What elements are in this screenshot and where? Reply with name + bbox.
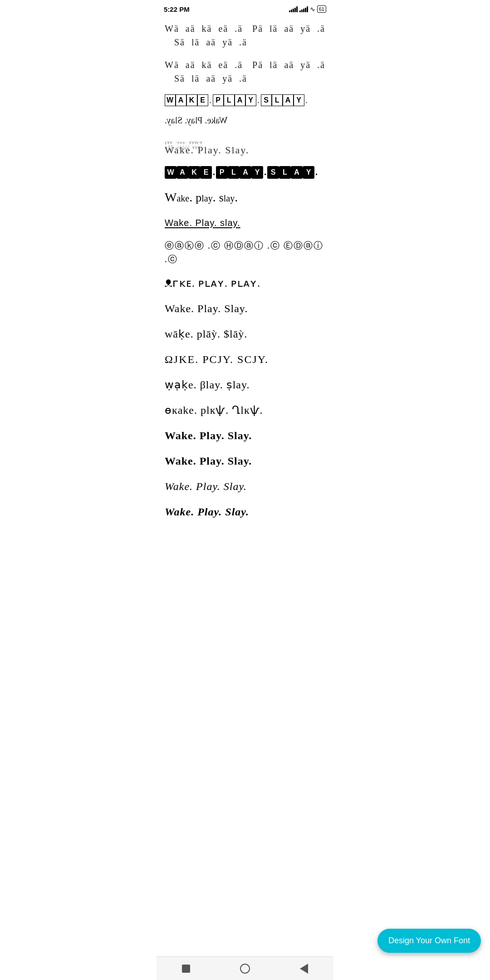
- sample-text-oldstyle: ΩJKE. PCJY. SCJY.: [165, 353, 269, 365]
- font-sample-1: Wä aä kä eä .ä Pä lä aä yä .ä Sä lä aä y…: [165, 22, 325, 49]
- filled-letter: A: [176, 166, 188, 179]
- sample-text-bold: Wake. Play. Slay.: [165, 430, 252, 441]
- sample-text-serif-var: Wake. Play. Slay.: [165, 303, 248, 314]
- status-bar: 5:22 PM ∿ 61: [157, 0, 333, 16]
- font-sample-dotbelow: ẉạḳe. βlay. ṣlay.: [165, 377, 325, 393]
- boxed-letter: W: [165, 94, 176, 106]
- boxed-letter: L: [272, 94, 283, 106]
- font-sample-glitch: ⫾⋎⋎ ·⊢⊢⊢ ⋎⋎⋎⊢⋎ ∴∫∫ √√√√√ ⋎⋎⋎ Wake. Play.…: [165, 144, 325, 157]
- font-sample-bold: Wake. Play. Slay.: [165, 427, 325, 444]
- sample-text-dotbelow: ẉạḳe. βlay. ṣlay.: [165, 379, 250, 391]
- signal-bar: [301, 10, 303, 12]
- boxed-letter: A: [176, 94, 186, 106]
- filled-letter: Y: [251, 166, 263, 179]
- signal-bar: [303, 9, 304, 12]
- status-icons: ∿ 61: [289, 5, 326, 13]
- filled-letter: P: [216, 166, 228, 179]
- boxed-letter: P: [213, 94, 224, 106]
- font-sample-circled: ⓔⓐⓚⓔ .ⓒ ⒽⒹⓐⓘ .ⓒ ⒺⒹⓐⓘ .ⓒ: [165, 239, 325, 266]
- dot-separator: .: [305, 96, 308, 105]
- sample-text-italic: Wake. Play. Slay.: [165, 480, 247, 492]
- filled-letter: Y: [303, 166, 314, 179]
- signal-bar: [296, 6, 298, 12]
- filled-letter: A: [291, 166, 303, 179]
- signal-bar: [305, 8, 306, 12]
- boxed-letter: E: [197, 94, 208, 106]
- signal-bar: [291, 10, 292, 12]
- dot-separator: .: [257, 96, 260, 105]
- status-time: 5:22 PM: [164, 5, 190, 13]
- signal-bar: [299, 10, 301, 12]
- signal-bar: [293, 9, 294, 12]
- boxed-letter: A: [235, 94, 245, 106]
- dot-separator: .: [209, 96, 212, 105]
- filled-letter: L: [228, 166, 240, 179]
- font-sample-oldstyle: ΩJKE. PCJY. SCJY.: [165, 351, 325, 368]
- boxed-letter: A: [283, 94, 294, 106]
- font-sample-filled-boxed: WAKE. PLAY. SLAY.: [165, 166, 325, 179]
- sample-text-circled: ⓔⓐⓚⓔ .ⓒ ⒽⒹⓐⓘ .ⓒ ⒺⒹⓐⓘ .ⓒ: [165, 240, 323, 264]
- filled-letter: K: [188, 166, 200, 179]
- filled-letter: E: [200, 166, 212, 179]
- font-samples-list: Wä aä kä eä .ä Pä lä aä yä .ä Sä lä aä y…: [157, 16, 333, 574]
- boxed-letter: Y: [245, 94, 256, 106]
- font-sample-bolder: Wake. Play. Slay.: [165, 453, 325, 469]
- sample-text-special: ѳкake. рlкѱ. Ղlкѱ.: [165, 404, 263, 416]
- sample-text-underline: Wake. Play. slay.: [165, 218, 240, 228]
- filled-letter: A: [240, 166, 251, 179]
- font-sample-ethiopic: ᴥᴦᴋᴇ. ᴩʟᴀʏ. ᴩʟᴀʏ.: [165, 275, 325, 291]
- sample-text-mirrored: Wake. Play. Slay.: [165, 115, 228, 126]
- font-sample-2: Wä aä kä eä .ä Pä lä aä yä .ä Sä lä aä y…: [165, 58, 325, 85]
- boxed-letter: K: [186, 94, 197, 106]
- font-sample-diacritic: wāḳe. plāỳ. $lāỳ.: [165, 326, 325, 342]
- sample-text-1: Wä aä kä eä .ä Pä lä aä yä .ä Sä lä aä y…: [165, 22, 325, 49]
- font-sample-boxed: WAKE. PLAY. SLAY.: [165, 94, 325, 106]
- boxed-letter: L: [224, 94, 235, 106]
- sample-text-glitch: Wake. Play. Slay.: [165, 144, 325, 157]
- signal-bars-1: [289, 6, 298, 12]
- font-sample-bold-italic: Wake. Play. Slay.: [165, 504, 325, 520]
- font-sample-serif-var: Wake. Play. Slay.: [165, 300, 325, 317]
- font-sample-underline: Wake. Play. slay.: [165, 216, 325, 230]
- sample-text-bold-italic: Wake. Play. Slay.: [165, 506, 249, 518]
- font-sample-special: ѳкake. рlкѱ. Ղlкѱ.: [165, 402, 325, 418]
- boxed-letter: S: [261, 94, 272, 106]
- sample-text-bolder: Wake. Play. Slay.: [165, 455, 252, 467]
- battery-icon: 61: [317, 5, 326, 13]
- sample-text-2: Wä aä kä eä .ä Pä lä aä yä .ä Sä lä aä y…: [165, 58, 325, 85]
- boxed-letter: Y: [294, 94, 304, 106]
- font-sample-mirrored: Wake. Play. Slay.: [165, 115, 325, 135]
- filled-letter: W: [165, 166, 176, 179]
- signal-bar: [289, 10, 290, 12]
- dot-filled-sep: .: [213, 167, 215, 177]
- wifi-icon: ∿: [310, 5, 315, 13]
- sample-text-mixed-cap: Wake. play. slay.: [165, 190, 238, 204]
- filled-letter: L: [279, 166, 291, 179]
- font-sample-mixed-cap: Wake. play. slay.: [165, 188, 325, 207]
- signal-bar: [294, 8, 296, 12]
- signal-bar: [307, 6, 308, 12]
- font-sample-italic: Wake. Play. Slay.: [165, 478, 325, 495]
- sample-text-diacritic: wāḳe. plāỳ. $lāỳ.: [165, 328, 247, 340]
- dot-filled-sep: .: [264, 167, 266, 177]
- signal-bars-2: [299, 6, 308, 12]
- filled-letter: S: [267, 166, 279, 179]
- dot-filled-sep: .: [315, 167, 318, 177]
- sample-text-ethiopic: ᴥᴦᴋᴇ. ᴩʟᴀʏ. ᴩʟᴀʏ.: [165, 277, 260, 289]
